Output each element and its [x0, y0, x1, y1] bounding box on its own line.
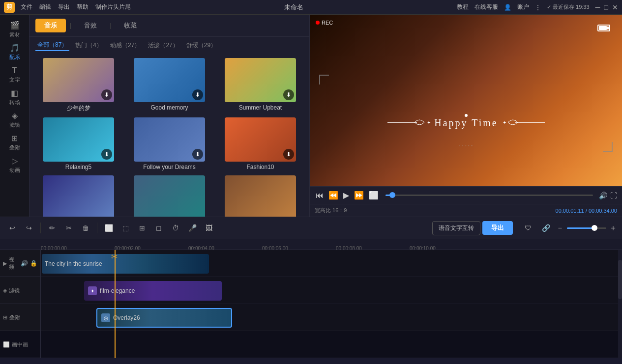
download-icon-5[interactable]: ⬇	[192, 149, 203, 160]
tab-favorites[interactable]: 收藏	[115, 19, 146, 32]
sidebar-item-media[interactable]: 🎬 素材	[2, 19, 28, 40]
delete-button[interactable]: 🗑	[78, 221, 93, 235]
link-button[interactable]: 🔗	[538, 221, 553, 235]
undo-button[interactable]: ↩	[5, 221, 20, 235]
download-icon-2[interactable]: ⬇	[192, 89, 203, 100]
mirror-button[interactable]: ⬚	[118, 221, 133, 235]
download-icon-6[interactable]: ⬇	[283, 149, 294, 160]
close-button[interactable]: ✕	[612, 3, 618, 11]
pip-track-label: 画中画	[12, 341, 28, 348]
sidebar-item-music[interactable]: 🎵 配乐	[2, 41, 28, 63]
music-icon: 🎵	[10, 43, 20, 53]
cat-hot[interactable]: 热门（4）	[73, 40, 104, 51]
zoom-out-button[interactable]: －	[556, 223, 564, 233]
download-icon-4[interactable]: ⬇	[101, 149, 112, 160]
track-label-video: ▶ 视频 🔊 🔒	[0, 250, 40, 277]
crop-button[interactable]: ⬜	[101, 221, 116, 235]
menu-edit[interactable]: 编辑	[39, 3, 51, 11]
ruler-mark-0: 00:00:00.00	[41, 246, 67, 251]
video-clip[interactable]: The city in the sunrise	[42, 254, 209, 274]
music-item-9[interactable]	[217, 175, 303, 217]
zoom-slider[interactable]	[567, 227, 606, 229]
vertical-scrollbar[interactable]	[618, 260, 622, 299]
download-icon-1[interactable]: ⬇	[101, 89, 112, 100]
sidebar-label-animation: 动画	[9, 167, 20, 174]
decorative-overlay: Happy Time ✦ ✦	[356, 115, 575, 130]
play-button[interactable]: ▶	[342, 190, 350, 201]
volume-icon[interactable]: 🔊	[599, 192, 607, 199]
music-label-1: 少年的梦	[67, 104, 90, 112]
frame-button[interactable]: ◻	[151, 221, 166, 235]
overlay-clip-icon: ◎	[101, 313, 110, 322]
sidebar-label-filter: 滤镜	[9, 121, 20, 129]
sidebar-label-overlay: 叠附	[9, 144, 20, 151]
pen-button[interactable]: ✏	[45, 221, 59, 235]
current-time: 00:00:01.11	[556, 208, 584, 214]
cat-all[interactable]: 全部（87）	[35, 40, 69, 51]
preview-video-bg	[310, 15, 622, 186]
cut-button[interactable]: ✂	[61, 221, 76, 235]
lock-track-icon[interactable]: 🔒	[30, 260, 37, 267]
volume-track-icon[interactable]: 🔊	[21, 260, 28, 267]
next-frame-button[interactable]: ⏩	[353, 190, 365, 201]
zoom-slider-thumb	[592, 225, 597, 231]
text-icon: T	[12, 66, 17, 75]
account-label[interactable]: 账户	[517, 3, 529, 11]
transition-icon: ◧	[11, 88, 18, 98]
tab-sfx[interactable]: 音效	[75, 19, 106, 32]
export-button[interactable]: 导出	[482, 221, 513, 235]
maximize-button[interactable]: □	[604, 3, 608, 11]
sidebar-item-animation[interactable]: ▷ 动画	[2, 154, 28, 176]
tutorial-link[interactable]: 教程	[457, 3, 469, 11]
music-item-1[interactable]: ⬇ 少年的梦	[35, 58, 121, 112]
cat-dynamic[interactable]: 动感（27）	[108, 40, 142, 51]
voice-text-button[interactable]: 语音文字互转	[432, 221, 480, 235]
zoom-in-button[interactable]: ＋	[609, 223, 617, 233]
music-label-3: Summer Upbeat	[239, 104, 282, 111]
filter-clip[interactable]: ✦ film-elegance	[84, 281, 222, 301]
cat-lively[interactable]: 活泼（27）	[146, 40, 180, 51]
progress-bar[interactable]	[385, 195, 593, 196]
music-item-8[interactable]	[126, 175, 212, 217]
sidebar-item-text[interactable]: T 文字	[2, 64, 28, 85]
ruler-mark-4: 00:00:08.00	[336, 246, 362, 251]
clock-button[interactable]: ⏱	[168, 221, 183, 235]
main-area: 🎬 素材 🎵 配乐 T 文字 ◧ 转场 ◈ 滤镜 ⊞ 叠附 ▷ 动画	[0, 15, 622, 217]
prev-frame-button[interactable]: ⏪	[327, 190, 339, 201]
fullscreen-button[interactable]: ⛶	[610, 192, 617, 199]
music-item-6[interactable]: ⬇ Fashion10	[217, 117, 303, 170]
sidebar-item-transition[interactable]: ◧ 转场	[2, 86, 28, 108]
music-item-5[interactable]: ⬇ Follow your Dreams	[126, 117, 212, 170]
download-icon-3[interactable]: ⬇	[283, 89, 294, 100]
music-item-4[interactable]: ⬇ Relaxing5	[35, 117, 121, 170]
redo-button[interactable]: ↪	[22, 221, 36, 235]
minimize-button[interactable]: ─	[595, 3, 600, 11]
sidebar: 🎬 素材 🎵 配乐 T 文字 ◧ 转场 ◈ 滤镜 ⊞ 叠附 ▷ 动画	[0, 15, 30, 217]
rewind-button[interactable]: ⏮	[315, 190, 325, 201]
more-options[interactable]: ⋮	[535, 4, 541, 11]
menu-help[interactable]: 帮助	[77, 3, 89, 11]
sidebar-item-filter[interactable]: ◈ 滤镜	[2, 109, 28, 131]
music-item-3[interactable]: ⬇ Summer Upbeat	[217, 58, 303, 112]
mic-button[interactable]: 🎤	[185, 221, 200, 235]
music-item-2[interactable]: ⬇ Good memory	[126, 58, 212, 112]
menu-export[interactable]: 导出	[58, 3, 70, 11]
track-label-filter: ◈ 滤镜	[0, 277, 40, 304]
sidebar-item-overlay[interactable]: ⊞ 叠附	[2, 132, 28, 153]
shield-button[interactable]: 🛡	[521, 221, 535, 235]
support-link[interactable]: 在线客服	[474, 3, 498, 11]
overlay-track-row: ◎ Overlay26	[41, 304, 618, 331]
ruler-mark-3: 00:00:06.00	[262, 246, 288, 251]
pip-track-icon: ⬜	[3, 341, 10, 348]
cat-slow[interactable]: 舒缓（29）	[184, 40, 218, 51]
menu-file[interactable]: 文件	[21, 3, 32, 11]
grid-button[interactable]: ⊞	[135, 221, 149, 235]
stop-button[interactable]: ⬜	[368, 190, 380, 201]
photo-button[interactable]: 🖼	[202, 221, 216, 235]
music-item-7[interactable]	[35, 175, 121, 217]
tab-music[interactable]: 音乐	[35, 19, 66, 32]
overlay-clip[interactable]: ◎ Overlay26	[96, 308, 232, 328]
track-labels: ▶ 视频 🔊 🔒 ◈ 滤镜 ⊞ 叠附 ⬜ 画中画	[0, 250, 41, 358]
menu-credits[interactable]: 制作片头片尾	[95, 3, 131, 11]
decorative-svg: Happy Time ✦ ✦	[387, 112, 545, 132]
